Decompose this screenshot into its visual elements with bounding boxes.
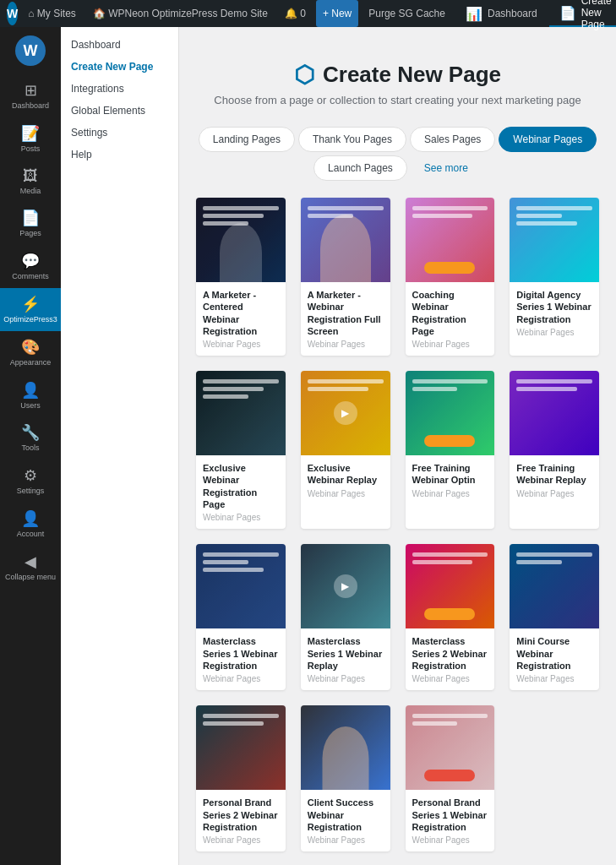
template-card[interactable]: Personal Brand Series 2 Webinar Registra… xyxy=(196,705,286,851)
template-card[interactable]: Client Success Webinar RegistrationWebin… xyxy=(301,705,390,851)
main-content: ⬡ Create New Page Choose from a page or … xyxy=(179,27,616,865)
template-card[interactable]: Free Training Webinar ReplayWebinar Page… xyxy=(510,371,599,529)
appearance-icon: 🎨 xyxy=(21,338,40,356)
settings-icon: ⚙ xyxy=(24,466,37,485)
template-card[interactable]: ▶Exclusive Webinar ReplayWebinar Pages xyxy=(301,371,390,529)
template-category: Webinar Pages xyxy=(412,835,488,845)
template-name: Masterclass Series 1 Webinar Replay xyxy=(308,635,384,672)
admin-nav-dashboard[interactable]: 📊 Dashboard xyxy=(455,0,548,27)
sidebar-item-dashboard[interactable]: ⊞ Dashboard xyxy=(0,74,61,117)
sidebar-item-collapse[interactable]: ◀ Collapse menu xyxy=(0,546,61,589)
template-category: Webinar Pages xyxy=(412,340,488,349)
sidebar-item-pages[interactable]: 📄 Pages xyxy=(0,202,61,245)
template-category: Webinar Pages xyxy=(203,340,279,349)
op-icon: ⚡ xyxy=(21,295,40,313)
template-card[interactable]: Free Training Webinar OptinWebinar Pages xyxy=(406,371,495,529)
template-category: Webinar Pages xyxy=(203,835,279,845)
template-card[interactable]: Masterclass Series 2 Webinar Registratio… xyxy=(406,544,495,690)
sub-sidebar-dashboard[interactable]: Dashboard xyxy=(61,34,178,56)
sub-sidebar-settings[interactable]: Settings xyxy=(61,122,178,144)
admin-nav-create-new-page[interactable]: 📄 Create New Page xyxy=(549,0,616,27)
template-name: Free Training Webinar Replay xyxy=(516,462,592,487)
template-category: Webinar Pages xyxy=(516,328,592,337)
template-category: Webinar Pages xyxy=(203,513,279,522)
page-title: ⬡ Create New Page xyxy=(196,61,599,89)
tab-see-more[interactable]: See more xyxy=(411,156,482,180)
template-name: A Marketer - Webinar Registration Full S… xyxy=(308,289,384,337)
users-icon: 👤 xyxy=(21,381,40,400)
admin-bar-purge[interactable]: Purge SG Cache xyxy=(362,0,452,27)
stack-icon: ⬡ xyxy=(294,61,314,89)
pages-icon: 📄 xyxy=(21,209,40,227)
admin-bar-notifications[interactable]: 🔔 0 xyxy=(278,0,313,27)
tab-thank-you-pages[interactable]: Thank You Pages xyxy=(298,127,406,152)
admin-bar-center-nav: 📊 Dashboard 📄 Create New Page 🔌 Integrat… xyxy=(455,0,616,27)
template-name: Mini Course Webinar Registration xyxy=(516,635,592,672)
template-name: Personal Brand Series 2 Webinar Registra… xyxy=(203,797,279,833)
sidebar-item-tools[interactable]: 🔧 Tools xyxy=(0,416,61,460)
template-card[interactable]: A Marketer - Centered Webinar Registrati… xyxy=(196,198,286,356)
wordpress-logo: W xyxy=(15,35,46,66)
collapse-icon: ◀ xyxy=(25,552,36,571)
template-card[interactable]: Mini Course Webinar RegistrationWebinar … xyxy=(510,544,599,690)
template-category: Webinar Pages xyxy=(516,489,592,498)
template-name: Free Training Webinar Optin xyxy=(412,462,488,487)
comments-icon: 💬 xyxy=(21,252,40,270)
sidebar-logo: W xyxy=(0,27,61,74)
tab-bar: Landing Pages Thank You Pages Sales Page… xyxy=(196,127,599,181)
template-category: Webinar Pages xyxy=(308,674,384,683)
template-card[interactable]: Exclusive Webinar Registration PageWebin… xyxy=(196,371,286,529)
page-icon: 📄 xyxy=(559,5,576,21)
template-card[interactable]: Digital Agency Series 1 Webinar Registra… xyxy=(510,198,599,356)
template-card[interactable]: A Marketer - Webinar Registration Full S… xyxy=(301,198,390,356)
sub-sidebar: Dashboard Create New Page Integrations G… xyxy=(61,27,179,865)
template-name: Exclusive Webinar Registration Page xyxy=(203,462,279,510)
template-name: A Marketer - Centered Webinar Registrati… xyxy=(203,289,279,337)
template-name: Client Success Webinar Registration xyxy=(308,797,384,833)
template-category: Webinar Pages xyxy=(308,489,384,498)
sidebar-item-users[interactable]: 👤 Users xyxy=(0,374,61,417)
template-card[interactable]: ▶Masterclass Series 1 Webinar ReplayWebi… xyxy=(301,544,390,690)
page-subtitle: Choose from a page or collection to star… xyxy=(196,94,599,106)
sidebar-item-appearance[interactable]: 🎨 Appearance xyxy=(0,331,61,374)
template-category: Webinar Pages xyxy=(412,674,488,683)
sub-sidebar-create-new-page[interactable]: Create New Page xyxy=(61,56,178,78)
admin-bar-mysites[interactable]: ⌂ My Sites xyxy=(21,0,83,27)
template-category: Webinar Pages xyxy=(412,489,488,498)
tab-launch-pages[interactable]: Launch Pages xyxy=(313,155,407,181)
tab-landing-pages[interactable]: Landing Pages xyxy=(199,127,295,152)
dashboard-icon: ⊞ xyxy=(25,81,37,100)
template-card[interactable]: Masterclass Series 1 Webinar Registratio… xyxy=(196,544,286,690)
tools-icon: 🔧 xyxy=(21,423,40,442)
template-name: Masterclass Series 1 Webinar Registratio… xyxy=(203,635,279,672)
admin-bar: W ⌂ My Sites 🏠 WPNeon OptimizePress Demo… xyxy=(0,0,616,27)
template-name: Personal Brand Series 1 Webinar Registra… xyxy=(412,797,488,833)
dashboard-icon: 📊 xyxy=(466,6,482,22)
sub-sidebar-global-elements[interactable]: Global Elements xyxy=(61,100,178,122)
sidebar-item-comments[interactable]: 💬 Comments xyxy=(0,245,61,288)
sidebar-item-posts[interactable]: 📝 Posts xyxy=(0,117,61,160)
admin-bar-site[interactable]: 🏠 WPNeon OptimizePress Demo Site xyxy=(86,0,275,27)
tab-sales-pages[interactable]: Sales Pages xyxy=(410,127,495,152)
sidebar-item-settings[interactable]: ⚙ Settings xyxy=(0,460,61,503)
sidebar-item-account[interactable]: 👤 Account xyxy=(0,503,61,546)
account-icon: 👤 xyxy=(21,509,40,528)
template-name: Exclusive Webinar Replay xyxy=(308,462,384,487)
template-card[interactable]: Personal Brand Series 1 Webinar Registra… xyxy=(406,705,495,851)
template-card[interactable]: Coaching Webinar Registration PageWebina… xyxy=(406,198,495,356)
template-category: Webinar Pages xyxy=(308,835,384,845)
wp-logo[interactable]: W xyxy=(7,2,18,25)
tab-webinar-pages[interactable]: Webinar Pages xyxy=(499,127,597,152)
sub-sidebar-help[interactable]: Help xyxy=(61,144,178,166)
template-name: Digital Agency Series 1 Webinar Registra… xyxy=(516,289,592,325)
template-name: Masterclass Series 2 Webinar Registratio… xyxy=(412,635,488,672)
posts-icon: 📝 xyxy=(21,124,40,143)
sidebar-item-optimizepress[interactable]: ⚡ OptimizePress3 xyxy=(0,288,61,331)
sidebar-item-media[interactable]: 🖼 Media xyxy=(0,160,61,203)
sub-sidebar-integrations[interactable]: Integrations xyxy=(61,78,178,100)
template-category: Webinar Pages xyxy=(308,340,384,349)
admin-bar-new[interactable]: + New xyxy=(316,0,358,27)
page-header: ⬡ Create New Page Choose from a page or … xyxy=(196,44,599,117)
template-category: Webinar Pages xyxy=(516,674,592,683)
template-category: Webinar Pages xyxy=(203,674,279,683)
